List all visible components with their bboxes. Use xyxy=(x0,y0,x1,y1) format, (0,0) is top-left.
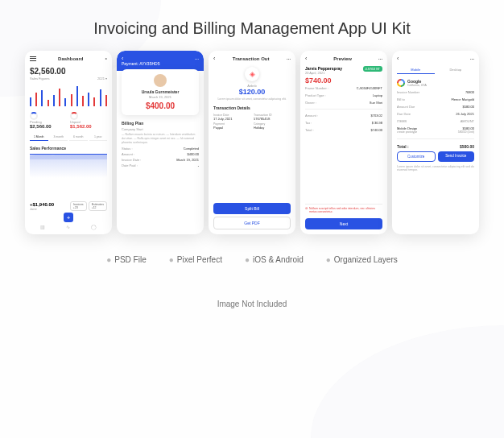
items-header: ITEMS xyxy=(397,119,407,123)
payer-name: Ursula Gurnmeister xyxy=(126,89,194,94)
pending-stat: Pending $2,560.00 xyxy=(30,112,67,129)
more-icon[interactable]: ⋯ xyxy=(287,56,291,61)
preview-date: 20 April, 2021 xyxy=(305,71,342,75)
area-chart xyxy=(30,154,107,178)
payment-ref: Payment: AYV35HD5 xyxy=(122,61,199,66)
payment-method: Paypal xyxy=(213,126,250,130)
tab-3month[interactable]: 3 month xyxy=(50,134,68,141)
dashboard-title: Dashboard xyxy=(58,56,83,61)
invoice-note: Lorem ipsum dolor sit amet, consectetur … xyxy=(397,165,474,173)
back-icon[interactable]: ‹ xyxy=(122,56,123,61)
dashboard-amount: $2,560.00 xyxy=(30,67,66,76)
feature-item: ●Organized Layers xyxy=(326,255,398,264)
transaction-amount: $120.00 xyxy=(213,88,291,96)
nav-chart-icon[interactable]: ▥ xyxy=(40,224,45,229)
amount-value: $400.00 xyxy=(188,152,199,156)
total-value: $740.00 xyxy=(371,128,382,132)
owner-name: Sue Shei xyxy=(370,101,382,105)
status-value: Completed xyxy=(184,147,199,151)
frame-number: C-9034F4530NFT xyxy=(357,86,382,90)
transaction-id: 57678545S xyxy=(254,117,291,121)
menu-icon[interactable] xyxy=(30,56,36,61)
billing-plan-title: Billing Plan xyxy=(122,121,199,126)
add-button[interactable]: + xyxy=(64,213,73,222)
feature-item: ●iOS & Android xyxy=(245,255,304,264)
transaction-title: Transaction Out xyxy=(233,56,270,61)
bottom-nav: ▥ ∿ ◯ xyxy=(30,224,107,229)
payment-date: March 19, 2021 xyxy=(126,95,194,99)
back-icon[interactable]: ‹ xyxy=(397,56,399,61)
more-icon[interactable]: ⋯ xyxy=(378,56,382,61)
bill-to: Fleece Marigold xyxy=(452,97,474,101)
bar-chart xyxy=(30,84,107,106)
due-date: 26 July 2021 xyxy=(456,112,474,116)
features-row: ●PSD File ●Pixel Perfect ●iOS & Android … xyxy=(0,255,504,264)
item-description: create prototype xyxy=(397,130,417,134)
feature-item: ●PSD File xyxy=(106,255,147,264)
invoice-date: 17 July, 2021 xyxy=(213,117,250,121)
item-unit-price: 580.00 (Unit) xyxy=(458,130,474,134)
avatar xyxy=(154,74,167,87)
screen-dashboard: Dashboard • $2,560.00 Sales Figures 2021… xyxy=(25,51,112,234)
screen-payment: ‹ ⋯ Payment: AYV35HD5 Ursula Gurnmeister… xyxy=(117,51,204,234)
plan-subtitle: Company Start xyxy=(122,127,199,131)
sales-performance-title: Sales Performance xyxy=(30,146,107,151)
screen-preview: ‹ Preview ⋯ Jarvis Pepperspray 20 April,… xyxy=(300,51,387,234)
unpaid-stat: Unpaid $1,562.00 xyxy=(70,112,107,129)
preview-title: Preview xyxy=(333,56,352,61)
warning-icon: ⊘ xyxy=(305,207,308,210)
date-paid-value: - xyxy=(198,163,199,167)
preview-amount: $740.00 xyxy=(305,76,382,85)
back-icon[interactable]: ‹ xyxy=(305,56,307,61)
google-icon xyxy=(397,79,405,87)
period-tabs: 1 Month 3 month 6 month 1 year xyxy=(30,134,107,141)
company-location: California, USA xyxy=(407,84,427,87)
airbnb-icon: ◈ xyxy=(245,67,259,81)
estimates-pill: Estimates+12 xyxy=(89,201,107,211)
screen-invoice: ‹ ⋯ Mobile Desktop Google California, US… xyxy=(392,51,479,234)
category: Holiday xyxy=(254,126,291,130)
tab-6month[interactable]: 6 month xyxy=(69,134,88,141)
tab-1year[interactable]: 1 year xyxy=(89,134,108,141)
screens-row: Dashboard • $2,560.00 Sales Figures 2021… xyxy=(0,51,504,234)
segment-desktop[interactable]: Desktop xyxy=(437,66,475,74)
rating-badge: 4.9763 ST xyxy=(363,66,382,72)
get-pdf-button[interactable]: Get PDF xyxy=(213,217,291,229)
page-title: Invoicing and Billing Management App UI … xyxy=(0,0,504,51)
invoice-total: $580.00 xyxy=(460,144,474,149)
payment-amount: $400.00 xyxy=(126,101,194,110)
more-icon[interactable]: ⋯ xyxy=(195,56,199,61)
split-bill-button[interactable]: Split Bill xyxy=(213,203,291,214)
footer-note: Image Not Included xyxy=(0,300,504,308)
product-type: Laptop xyxy=(373,93,382,97)
transaction-description: Lorem ipsum dolor sit amet, consectetur … xyxy=(213,97,291,101)
screen-transaction: ‹ Transaction Out ⋯ ◈ Airbnb $120.00 Lor… xyxy=(209,51,295,234)
amount-due: $580.00 xyxy=(463,105,474,109)
donut-icon xyxy=(70,112,78,120)
plan-features: — Nullam mauris lacinia ac rutrum. — Int… xyxy=(122,133,199,145)
segment-control: Mobile Desktop xyxy=(397,66,474,74)
warning-note: ⊘ Nullam suscipit tellus sed odio interd… xyxy=(305,204,382,213)
feature-item: ●Pixel Perfect xyxy=(169,255,222,264)
amount-header: AMOUNT xyxy=(461,119,474,123)
more-icon[interactable]: ⋯ xyxy=(470,56,474,61)
sales-figures-label: Sales Figures xyxy=(30,76,66,81)
donut-icon xyxy=(30,112,38,120)
invoice-number: 76800 xyxy=(465,90,474,94)
back-icon[interactable]: ‹ xyxy=(213,56,215,61)
customize-button[interactable]: Customize xyxy=(397,151,436,162)
invoices-pill: Invoices+23 xyxy=(70,201,87,211)
next-button[interactable]: Next xyxy=(305,218,382,229)
payment-card: Ursula Gurnmeister March 19, 2021 $400.0… xyxy=(122,69,199,115)
send-invoice-button[interactable]: Send Invoice xyxy=(438,151,475,162)
segment-mobile[interactable]: Mobile xyxy=(397,66,435,74)
nav-profile-icon[interactable]: ◯ xyxy=(91,224,97,229)
year-selector[interactable]: 2021 ▾ xyxy=(97,76,107,81)
nav-activity-icon[interactable]: ∿ xyxy=(66,224,70,229)
details-title: Transaction Details xyxy=(213,105,291,110)
notification-icon[interactable]: • xyxy=(105,56,107,61)
tab-1month[interactable]: 1 Month xyxy=(30,134,48,141)
invoice-date-value: March 19, 2021 xyxy=(176,158,199,162)
tax-value: $ 36.98 xyxy=(372,121,382,125)
subtotal: $703.02 xyxy=(371,114,382,118)
